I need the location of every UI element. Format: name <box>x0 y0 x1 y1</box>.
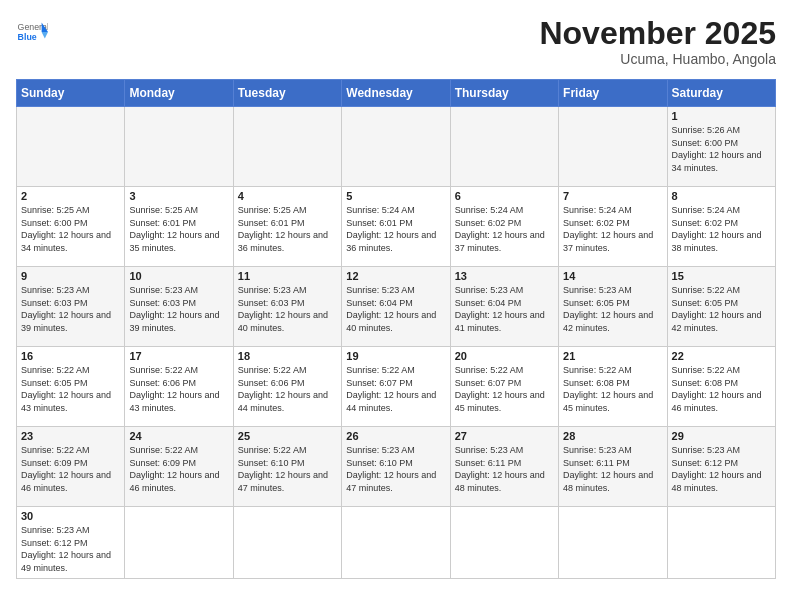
header-day-monday: Monday <box>125 80 233 107</box>
day-number: 29 <box>672 430 771 442</box>
calendar-week-row: 2Sunrise: 5:25 AM Sunset: 6:00 PM Daylig… <box>17 187 776 267</box>
day-number: 10 <box>129 270 228 282</box>
day-number: 20 <box>455 350 554 362</box>
calendar-cell <box>125 507 233 578</box>
month-title: November 2025 <box>539 16 776 51</box>
calendar-header: SundayMondayTuesdayWednesdayThursdayFrid… <box>17 80 776 107</box>
svg-marker-3 <box>42 32 48 38</box>
day-info: Sunrise: 5:22 AM Sunset: 6:07 PM Dayligh… <box>455 364 554 414</box>
day-info: Sunrise: 5:24 AM Sunset: 6:02 PM Dayligh… <box>672 204 771 254</box>
header-day-wednesday: Wednesday <box>342 80 450 107</box>
day-info: Sunrise: 5:23 AM Sunset: 6:03 PM Dayligh… <box>238 284 337 334</box>
day-info: Sunrise: 5:24 AM Sunset: 6:02 PM Dayligh… <box>455 204 554 254</box>
header-day-saturday: Saturday <box>667 80 775 107</box>
day-info: Sunrise: 5:25 AM Sunset: 6:01 PM Dayligh… <box>129 204 228 254</box>
calendar-cell: 8Sunrise: 5:24 AM Sunset: 6:02 PM Daylig… <box>667 187 775 267</box>
day-number: 13 <box>455 270 554 282</box>
header-row: SundayMondayTuesdayWednesdayThursdayFrid… <box>17 80 776 107</box>
day-info: Sunrise: 5:23 AM Sunset: 6:05 PM Dayligh… <box>563 284 662 334</box>
calendar-cell: 16Sunrise: 5:22 AM Sunset: 6:05 PM Dayli… <box>17 347 125 427</box>
calendar-week-row: 9Sunrise: 5:23 AM Sunset: 6:03 PM Daylig… <box>17 267 776 347</box>
calendar-cell <box>450 107 558 187</box>
day-number: 24 <box>129 430 228 442</box>
calendar-cell <box>342 507 450 578</box>
calendar-cell: 12Sunrise: 5:23 AM Sunset: 6:04 PM Dayli… <box>342 267 450 347</box>
calendar-cell: 14Sunrise: 5:23 AM Sunset: 6:05 PM Dayli… <box>559 267 667 347</box>
day-number: 15 <box>672 270 771 282</box>
day-number: 18 <box>238 350 337 362</box>
calendar-cell: 27Sunrise: 5:23 AM Sunset: 6:11 PM Dayli… <box>450 427 558 507</box>
day-info: Sunrise: 5:22 AM Sunset: 6:05 PM Dayligh… <box>672 284 771 334</box>
calendar-week-row: 30Sunrise: 5:23 AM Sunset: 6:12 PM Dayli… <box>17 507 776 578</box>
logo: General Blue <box>16 16 48 48</box>
calendar-table: SundayMondayTuesdayWednesdayThursdayFrid… <box>16 79 776 578</box>
calendar-cell: 20Sunrise: 5:22 AM Sunset: 6:07 PM Dayli… <box>450 347 558 427</box>
day-info: Sunrise: 5:23 AM Sunset: 6:04 PM Dayligh… <box>455 284 554 334</box>
day-number: 21 <box>563 350 662 362</box>
calendar-cell: 18Sunrise: 5:22 AM Sunset: 6:06 PM Dayli… <box>233 347 341 427</box>
calendar-cell: 1Sunrise: 5:26 AM Sunset: 6:00 PM Daylig… <box>667 107 775 187</box>
calendar-cell: 4Sunrise: 5:25 AM Sunset: 6:01 PM Daylig… <box>233 187 341 267</box>
day-info: Sunrise: 5:23 AM Sunset: 6:10 PM Dayligh… <box>346 444 445 494</box>
day-number: 2 <box>21 190 120 202</box>
day-info: Sunrise: 5:23 AM Sunset: 6:03 PM Dayligh… <box>129 284 228 334</box>
day-number: 25 <box>238 430 337 442</box>
day-info: Sunrise: 5:22 AM Sunset: 6:05 PM Dayligh… <box>21 364 120 414</box>
day-info: Sunrise: 5:22 AM Sunset: 6:08 PM Dayligh… <box>672 364 771 414</box>
day-info: Sunrise: 5:26 AM Sunset: 6:00 PM Dayligh… <box>672 124 771 174</box>
header-day-friday: Friday <box>559 80 667 107</box>
calendar-cell: 29Sunrise: 5:23 AM Sunset: 6:12 PM Dayli… <box>667 427 775 507</box>
svg-text:Blue: Blue <box>18 32 37 42</box>
day-info: Sunrise: 5:22 AM Sunset: 6:09 PM Dayligh… <box>129 444 228 494</box>
logo-icon: General Blue <box>16 16 48 48</box>
day-number: 1 <box>672 110 771 122</box>
calendar-week-row: 1Sunrise: 5:26 AM Sunset: 6:00 PM Daylig… <box>17 107 776 187</box>
calendar-cell: 7Sunrise: 5:24 AM Sunset: 6:02 PM Daylig… <box>559 187 667 267</box>
calendar-cell: 23Sunrise: 5:22 AM Sunset: 6:09 PM Dayli… <box>17 427 125 507</box>
calendar-cell: 15Sunrise: 5:22 AM Sunset: 6:05 PM Dayli… <box>667 267 775 347</box>
day-info: Sunrise: 5:23 AM Sunset: 6:04 PM Dayligh… <box>346 284 445 334</box>
calendar-cell: 28Sunrise: 5:23 AM Sunset: 6:11 PM Dayli… <box>559 427 667 507</box>
calendar-cell: 26Sunrise: 5:23 AM Sunset: 6:10 PM Dayli… <box>342 427 450 507</box>
calendar-body: 1Sunrise: 5:26 AM Sunset: 6:00 PM Daylig… <box>17 107 776 578</box>
day-number: 12 <box>346 270 445 282</box>
header-day-tuesday: Tuesday <box>233 80 341 107</box>
day-info: Sunrise: 5:25 AM Sunset: 6:00 PM Dayligh… <box>21 204 120 254</box>
day-number: 16 <box>21 350 120 362</box>
calendar-week-row: 23Sunrise: 5:22 AM Sunset: 6:09 PM Dayli… <box>17 427 776 507</box>
day-number: 28 <box>563 430 662 442</box>
day-number: 22 <box>672 350 771 362</box>
day-number: 7 <box>563 190 662 202</box>
calendar-cell <box>559 507 667 578</box>
calendar-cell: 9Sunrise: 5:23 AM Sunset: 6:03 PM Daylig… <box>17 267 125 347</box>
day-info: Sunrise: 5:22 AM Sunset: 6:07 PM Dayligh… <box>346 364 445 414</box>
day-number: 14 <box>563 270 662 282</box>
calendar-cell: 30Sunrise: 5:23 AM Sunset: 6:12 PM Dayli… <box>17 507 125 578</box>
day-info: Sunrise: 5:22 AM Sunset: 6:08 PM Dayligh… <box>563 364 662 414</box>
calendar-cell: 11Sunrise: 5:23 AM Sunset: 6:03 PM Dayli… <box>233 267 341 347</box>
location-subtitle: Ucuma, Huambo, Angola <box>539 51 776 67</box>
day-number: 17 <box>129 350 228 362</box>
day-info: Sunrise: 5:22 AM Sunset: 6:06 PM Dayligh… <box>238 364 337 414</box>
calendar-cell <box>125 107 233 187</box>
title-block: November 2025 Ucuma, Huambo, Angola <box>539 16 776 67</box>
day-number: 19 <box>346 350 445 362</box>
day-number: 5 <box>346 190 445 202</box>
day-info: Sunrise: 5:23 AM Sunset: 6:11 PM Dayligh… <box>455 444 554 494</box>
calendar-week-row: 16Sunrise: 5:22 AM Sunset: 6:05 PM Dayli… <box>17 347 776 427</box>
calendar-cell <box>559 107 667 187</box>
calendar-cell: 21Sunrise: 5:22 AM Sunset: 6:08 PM Dayli… <box>559 347 667 427</box>
calendar-cell: 17Sunrise: 5:22 AM Sunset: 6:06 PM Dayli… <box>125 347 233 427</box>
day-number: 26 <box>346 430 445 442</box>
day-number: 11 <box>238 270 337 282</box>
day-info: Sunrise: 5:23 AM Sunset: 6:11 PM Dayligh… <box>563 444 662 494</box>
day-info: Sunrise: 5:25 AM Sunset: 6:01 PM Dayligh… <box>238 204 337 254</box>
calendar-cell <box>667 507 775 578</box>
header-day-sunday: Sunday <box>17 80 125 107</box>
calendar-cell <box>342 107 450 187</box>
calendar-cell: 6Sunrise: 5:24 AM Sunset: 6:02 PM Daylig… <box>450 187 558 267</box>
calendar-cell: 24Sunrise: 5:22 AM Sunset: 6:09 PM Dayli… <box>125 427 233 507</box>
day-info: Sunrise: 5:23 AM Sunset: 6:12 PM Dayligh… <box>672 444 771 494</box>
calendar-cell: 2Sunrise: 5:25 AM Sunset: 6:00 PM Daylig… <box>17 187 125 267</box>
calendar-cell: 3Sunrise: 5:25 AM Sunset: 6:01 PM Daylig… <box>125 187 233 267</box>
